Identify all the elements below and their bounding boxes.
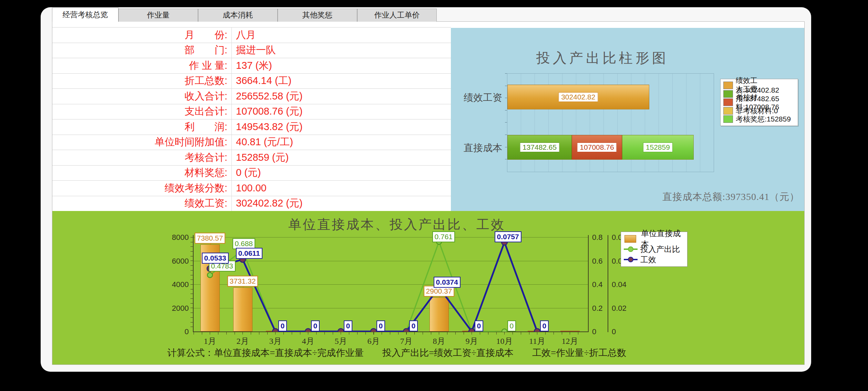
content-area: 月 份:八月部 门:掘进一队作 业 量:137 (米)折工总数:3664.14 … [52,21,805,365]
month-label-11: 11月 [524,336,551,347]
summary-row-1: 部 门:掘进一队 [52,43,451,59]
row-value: 40.81 (元/工) [232,135,293,149]
row-label: 作 业 量: [52,59,227,73]
summary-row-7: 单位时间附加值:40.81 (元/工) [52,135,451,150]
line-value-label: 0 [278,320,287,331]
legend-swatch [723,115,733,123]
summary-row-0: 月 份:八月 [52,28,451,43]
line-value-label: 0 [376,320,385,331]
row-value: 256552.58 (元) [232,89,302,103]
right-axis-2 [608,235,608,332]
month-label-4: 4月 [294,336,322,347]
month-label-7: 7月 [393,336,420,347]
legend-marker [624,256,638,263]
line-value-label: 0 [507,320,516,331]
axis-tick-label: 0.4 [592,280,603,289]
tab-4[interactable]: 作业人工单价 [357,9,437,22]
axis-tick-label: 0.8 [592,233,603,242]
legend-item-2: 工效 [624,254,684,265]
month-label-10: 10月 [491,336,518,347]
legend-swatch [723,90,733,98]
line-value-label: 0.0611 [236,248,262,259]
line-value-label: 0.761 [432,231,455,242]
chart-legend: 绩效工资:302402.82人工费用:137482.65考核材料:107008.… [720,79,798,126]
formula-note: 计算公式：单位直接成本=直接成本÷完成作业量 投入产出比=绩效工资÷直接成本 工… [52,347,741,359]
plot-area: 302402.82137482.65107008.76152859 [507,73,714,172]
legend-label: 工效 [640,254,656,265]
legend-swatch [723,107,733,115]
row-label: 部 门: [52,43,227,57]
month-label-6: 6月 [360,336,388,347]
axis-tick-label: 0.6 [592,257,603,266]
line-value-label: 0 [409,320,418,331]
bar-value-label: 137482.65 [520,142,559,152]
axis-tick-label: 0 [592,327,596,336]
line-value-label: 0.0374 [434,277,461,288]
row-label: 折工总数: [52,74,227,88]
bar-value-label: 302402.82 [558,92,598,102]
row-value: 302402.82 (元) [232,197,302,210]
legend-marker [624,235,636,243]
row-value: 149543.82 (元) [232,120,302,134]
summary-row-11: 绩效工资:302402.82 (元) [52,196,451,212]
legend-label: 投入产出比 [640,244,680,255]
row-value: 八月 [232,28,256,42]
row-value: 掘进一队 [232,43,276,57]
summary-row-2: 作 业 量:137 (米) [52,58,451,74]
row-label: 收入合计: [52,89,227,103]
legend-swatch [723,82,733,89]
legend-dot [628,257,633,262]
row-label: 材料奖惩: [52,166,227,180]
bar-value-label: 152859 [643,142,673,152]
axis-tick-label: 8000 [158,233,189,242]
legend-item-1: 投入产出比 [624,244,684,254]
category-label: 直接成本 [451,141,502,155]
summary-row-5: 支出合计:107008.76 (元) [52,104,451,120]
legend-item-4: 考核奖惩:152859 [723,115,795,124]
row-label: 月 份: [52,28,227,42]
line-value-label: 0 [311,320,320,331]
summary-row-9: 材料奖惩:0 (元) [52,166,451,181]
month-label-12: 12月 [556,336,584,347]
line-value-label: 0.0533 [202,253,229,264]
axis-tick-label: 0.04 [612,280,627,289]
row-value: 107008.76 (元) [232,105,302,118]
category-label: 绩效工资 [451,91,502,104]
row-value: 3664.14 (工) [232,74,291,88]
legend-dot [628,246,633,252]
app-window: 经营考核总览作业量成本消耗其他奖惩作业人工单价 月 份:八月部 门:掘进一队作 … [41,7,811,372]
tab-0[interactable]: 经营考核总览 [52,8,118,22]
row-label: 单位时间附加值: [52,135,227,149]
tab-2[interactable]: 成本消耗 [198,9,278,22]
line-value-label: 0 [344,320,353,331]
legend-item-0: 单位直接成本 [624,234,684,244]
row-value: 100.00 [232,182,267,194]
month-label-8: 8月 [425,336,453,347]
tab-1[interactable]: 作业量 [118,9,198,22]
summary-row-10: 绩效考核分数:100.00 [52,181,451,196]
bar-value-label: 107008.76 [577,142,617,152]
line-value-label: 0.0757 [495,231,521,242]
bar-value-label: 7380.57 [195,233,226,244]
axis-tick-label: 0.2 [592,304,603,313]
right-axis-1 [588,235,589,332]
chart-title: 单位直接成本、投入产出比、工效 [52,216,741,233]
axis-tick-label: 0 [158,327,189,336]
summary-row-8: 考核合计:152859 (元) [52,150,451,166]
line-value-label: 0 [540,320,549,331]
summary-row-6: 利 润:149543.82 (元) [52,119,451,135]
legend-item-2: 考核材料:107008.76 [723,98,795,107]
legend-label: 考核奖惩:152859 [736,114,791,124]
row-value: 152859 (元) [232,151,289,165]
axis-tick-label: 0.02 [612,304,627,313]
legend-swatch [723,98,733,106]
left-axis-ticks [190,237,193,331]
row-label: 支出合计: [52,105,227,118]
bar-value-label: 3731.32 [227,276,258,287]
chart-title: 投入产出比柱形图 [451,49,754,67]
row-label: 利 润: [52,120,227,134]
summary-row-4: 收入合计:256552.58 (元) [52,89,451,104]
month-label-1: 1月 [196,336,224,347]
row-value: 137 (米) [232,59,272,73]
tab-3[interactable]: 其他奖惩 [278,9,357,22]
